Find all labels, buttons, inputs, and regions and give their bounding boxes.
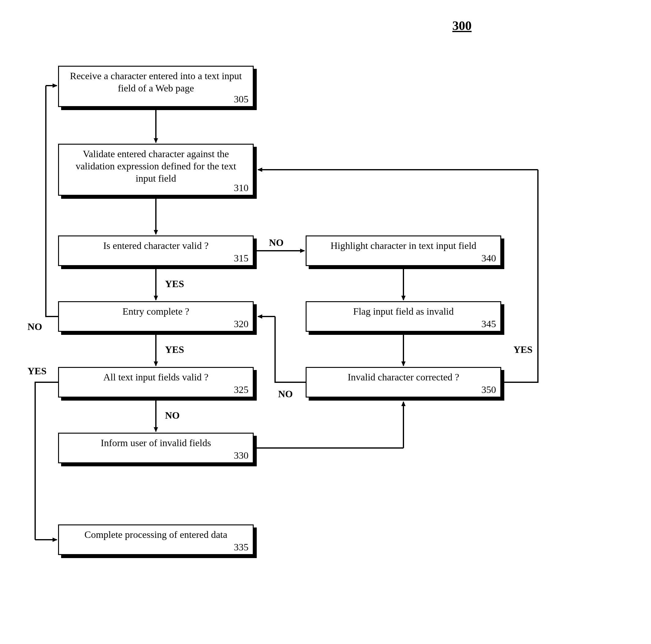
- node-325-num: 325: [234, 384, 248, 396]
- node-320: Entry complete ? 320: [58, 301, 254, 332]
- node-335-num: 335: [234, 541, 248, 553]
- node-320-num: 320: [234, 318, 248, 330]
- node-305-num: 305: [234, 94, 248, 105]
- node-330-num: 330: [234, 450, 248, 461]
- label-325-no: NO: [165, 410, 180, 421]
- node-350-text: Invalid character corrected ?: [312, 371, 495, 383]
- node-330-text: Inform user of invalid fields: [64, 437, 247, 449]
- node-340-text: Highlight character in text input field: [312, 239, 495, 252]
- node-325-text: All text input fields valid ?: [64, 371, 247, 383]
- node-340-num: 340: [482, 253, 496, 264]
- node-350: Invalid character corrected ? 350: [306, 367, 501, 398]
- node-330: Inform user of invalid fields 330: [58, 433, 254, 463]
- node-310-num: 310: [234, 182, 248, 194]
- label-325-yes: YES: [28, 365, 46, 377]
- node-315: Is entered character valid ? 315: [58, 235, 254, 266]
- node-310: Validate entered character against theva…: [58, 144, 254, 196]
- node-345-text: Flag input field as invalid: [312, 305, 495, 317]
- node-315-num: 315: [234, 253, 248, 264]
- node-305: Receive a character entered into a text …: [58, 66, 254, 107]
- label-320-no: NO: [28, 321, 42, 332]
- label-350-yes: YES: [514, 344, 532, 355]
- node-325: All text input fields valid ? 325: [58, 367, 254, 398]
- node-340: Highlight character in text input field …: [306, 235, 501, 266]
- node-345: Flag input field as invalid 345: [306, 301, 501, 332]
- node-315-text: Is entered character valid ?: [64, 239, 247, 252]
- label-315-no: NO: [269, 237, 284, 248]
- node-305-text: Receive a character entered into a text …: [64, 70, 247, 94]
- label-315-yes: YES: [165, 278, 184, 290]
- label-350-no: NO: [278, 388, 293, 400]
- node-350-num: 350: [482, 384, 496, 396]
- node-345-num: 345: [482, 318, 496, 330]
- node-320-text: Entry complete ?: [64, 305, 247, 317]
- figure-number: 300: [452, 18, 472, 33]
- node-335-text: Complete processing of entered data: [64, 528, 247, 540]
- label-320-yes: YES: [165, 344, 184, 355]
- node-310-text: Validate entered character against theva…: [64, 148, 247, 184]
- node-335: Complete processing of entered data 335: [58, 524, 254, 555]
